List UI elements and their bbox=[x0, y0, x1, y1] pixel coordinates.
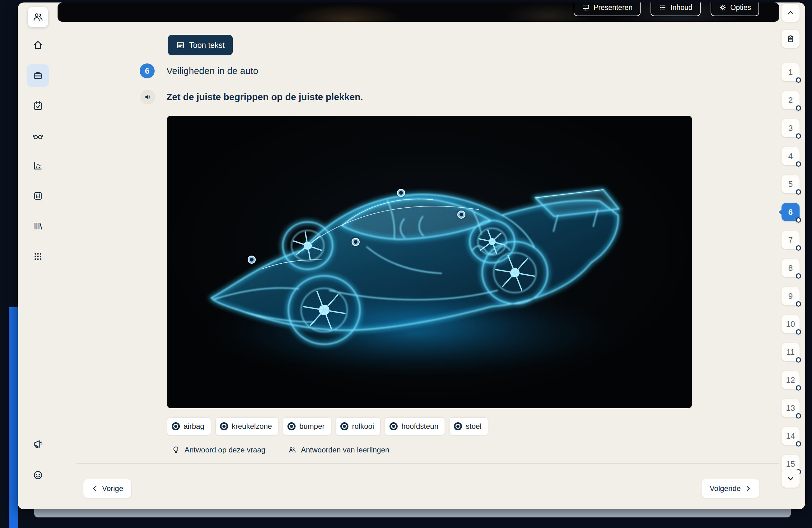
calendar-check-icon bbox=[32, 100, 44, 111]
chip-label: bumper bbox=[299, 422, 324, 431]
sidebar-item-results[interactable] bbox=[27, 155, 49, 177]
radio-icon bbox=[340, 422, 348, 430]
slide-progress-dot bbox=[796, 329, 801, 335]
previous-label: Vorige bbox=[102, 484, 123, 493]
slide-navigator: 123456789101112131415 bbox=[782, 2, 800, 509]
slide-tile-2[interactable]: 2 bbox=[782, 91, 800, 109]
answer-link-label: Antwoord op deze vraag bbox=[185, 445, 265, 454]
sidebar-item-announcements[interactable] bbox=[27, 433, 49, 455]
slide-number: 2 bbox=[788, 96, 793, 105]
slide-tile-3[interactable]: 3 bbox=[782, 119, 800, 137]
slide-number: 9 bbox=[788, 291, 793, 301]
hotspot-3[interactable] bbox=[397, 189, 405, 197]
clipboard-icon bbox=[786, 35, 795, 43]
slide-tile-5[interactable]: 5 bbox=[782, 175, 800, 193]
megaphone-icon bbox=[32, 438, 44, 450]
slide-progress-dot bbox=[796, 133, 801, 139]
slide-preview-top: Presenteren Inhoud Opties bbox=[58, 2, 779, 22]
slide-tile-11[interactable]: 11 bbox=[782, 343, 800, 361]
question-image-panel bbox=[167, 116, 692, 408]
sidebar-item-review[interactable] bbox=[27, 125, 49, 147]
chip-stoel[interactable]: stoel bbox=[449, 417, 488, 435]
desktop-accent bbox=[9, 307, 18, 528]
hotspot-2[interactable] bbox=[351, 238, 360, 246]
radio-icon bbox=[288, 422, 295, 430]
slide-overview-button[interactable] bbox=[782, 30, 800, 48]
chip-hoofdsteun[interactable]: hoofdsteun bbox=[385, 417, 445, 435]
app-window: Presenteren Inhoud Opties bbox=[18, 2, 805, 509]
slide-tile-6[interactable]: 6 bbox=[782, 203, 800, 221]
student-answers-label: Antwoorden van leerlingen bbox=[301, 445, 389, 454]
glasses-icon bbox=[32, 130, 44, 142]
slide-number: 15 bbox=[786, 459, 795, 469]
present-button[interactable]: Presenteren bbox=[574, 2, 641, 16]
chip-airbag[interactable]: airbag bbox=[167, 417, 211, 435]
scroll-up-button[interactable] bbox=[782, 4, 800, 22]
window-shadow-base bbox=[34, 509, 791, 517]
question-links: Antwoord op deze vraag Antwoorden van le… bbox=[170, 445, 391, 455]
chevron-left-icon bbox=[91, 485, 98, 492]
chip-label: hoofdsteun bbox=[401, 422, 438, 431]
hotspot-4[interactable] bbox=[457, 210, 465, 219]
slide-tile-10[interactable]: 10 bbox=[782, 315, 800, 333]
slide-progress-dot bbox=[796, 161, 801, 167]
slide-tile-1[interactable]: 1 bbox=[782, 63, 800, 81]
slide-list: 123456789101112131415 bbox=[782, 63, 800, 473]
slide-number: 3 bbox=[788, 123, 793, 133]
chevron-right-icon bbox=[745, 485, 751, 492]
show-text-button[interactable]: Toon tekst bbox=[168, 35, 233, 55]
scroll-down-button[interactable] bbox=[782, 470, 800, 487]
chip-rolkooi[interactable]: rolkooi bbox=[336, 417, 381, 435]
sidebar-item-class[interactable] bbox=[28, 7, 48, 27]
slide-tile-4[interactable]: 4 bbox=[782, 147, 800, 165]
chip-bumper[interactable]: bumper bbox=[283, 417, 331, 435]
slide-tile-13[interactable]: 13 bbox=[782, 399, 800, 417]
slide-tile-14[interactable]: 14 bbox=[782, 427, 800, 445]
next-button[interactable]: Volgende bbox=[701, 479, 760, 498]
chip-label: stoel bbox=[466, 422, 482, 431]
sidebar-item-tests[interactable] bbox=[27, 94, 49, 117]
chip-label: kreukelzone bbox=[232, 422, 272, 431]
slide-tile-9[interactable]: 9 bbox=[782, 287, 800, 305]
hotspot-1[interactable] bbox=[248, 255, 256, 264]
sidebar-item-library[interactable] bbox=[27, 215, 49, 237]
options-button[interactable]: Opties bbox=[711, 2, 759, 16]
slide-number: 6 bbox=[788, 207, 793, 217]
present-label: Presenteren bbox=[594, 3, 633, 12]
slide-progress-dot bbox=[796, 105, 801, 111]
text-card-icon bbox=[176, 41, 185, 49]
slide-tile-7[interactable]: 7 bbox=[782, 231, 800, 249]
student-answers-link[interactable]: Antwoorden van leerlingen bbox=[286, 445, 391, 455]
sidebar-item-lessons[interactable] bbox=[27, 64, 49, 87]
previous-button[interactable]: Vorige bbox=[83, 479, 132, 498]
list-icon bbox=[658, 3, 667, 12]
speaker-icon bbox=[144, 93, 152, 101]
slide-tile-12[interactable]: 12 bbox=[782, 371, 800, 389]
sidebar-item-support[interactable] bbox=[27, 464, 49, 486]
slide-progress-dot bbox=[796, 301, 801, 307]
slide-number: 10 bbox=[786, 319, 795, 329]
question-header: 6 Veiligheden in de auto bbox=[140, 63, 258, 78]
gear-icon bbox=[719, 3, 727, 12]
chips-row: airbagkreukelzonebumperrolkooihoofdsteun… bbox=[167, 417, 488, 435]
sidebar-item-reports[interactable] bbox=[27, 185, 49, 207]
content-label: Inhoud bbox=[670, 3, 692, 12]
instruction-text: Zet de juiste begrippen op de juiste ple… bbox=[166, 92, 363, 102]
chevron-down-icon bbox=[786, 474, 795, 483]
left-sidebar bbox=[18, 2, 58, 509]
briefcase-icon bbox=[32, 70, 44, 81]
library-icon bbox=[32, 220, 44, 232]
content-button[interactable]: Inhoud bbox=[651, 2, 700, 16]
read-aloud-button[interactable] bbox=[140, 90, 155, 104]
sidebar-item-home[interactable] bbox=[27, 34, 49, 56]
sidebar-item-apps[interactable] bbox=[27, 245, 49, 268]
xray-car-image bbox=[167, 116, 692, 408]
chip-kreukelzone[interactable]: kreukelzone bbox=[215, 417, 278, 435]
people-icon bbox=[288, 445, 296, 454]
slide-number: 5 bbox=[788, 179, 793, 189]
header-actions: Presenteren Inhoud Opties bbox=[574, 2, 759, 16]
slide-tile-8[interactable]: 8 bbox=[782, 259, 800, 277]
slide-progress-dot bbox=[796, 273, 801, 279]
scatter-chart-icon bbox=[32, 160, 44, 171]
answer-link[interactable]: Antwoord op deze vraag bbox=[170, 445, 267, 455]
